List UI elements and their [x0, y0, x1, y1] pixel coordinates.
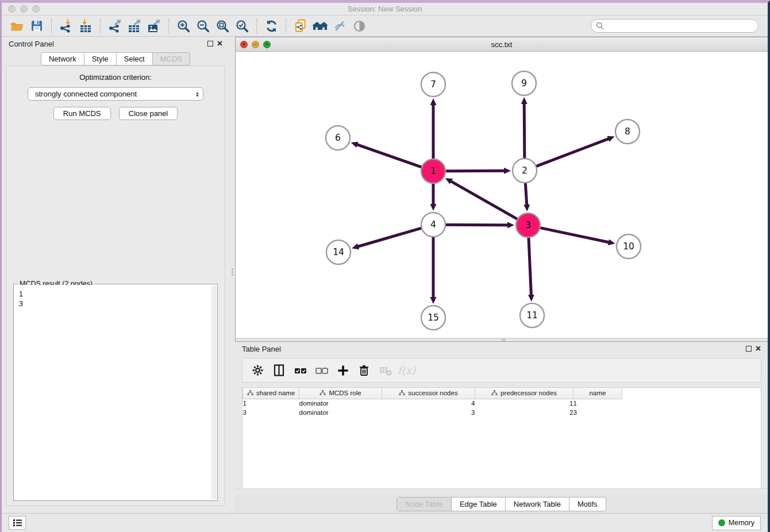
import-network-button[interactable] — [56, 17, 76, 34]
graph-edge-1-2[interactable] — [445, 171, 505, 171]
delete-table-icon — [379, 365, 392, 376]
apply-function-button[interactable]: f(x) — [396, 360, 417, 381]
open-file-button[interactable] — [7, 17, 27, 34]
table-row[interactable]: 3dominator323 — [243, 408, 622, 417]
save-session-button[interactable] — [27, 17, 47, 34]
float-panel-icon[interactable] — [207, 41, 213, 47]
graph-node-8[interactable]: 8 — [615, 119, 640, 144]
column-header-name[interactable]: name — [573, 388, 622, 399]
delete-column-button[interactable] — [353, 360, 375, 381]
column-header-shared-name[interactable]: shared name — [243, 388, 299, 399]
tab-select[interactable]: Select — [117, 52, 153, 65]
graph-node-1[interactable]: 1 — [421, 159, 445, 183]
result-scrollbar[interactable] — [211, 286, 217, 499]
graph-node-11[interactable]: 11 — [520, 303, 544, 327]
tab-motifs[interactable]: Motifs — [569, 497, 606, 511]
table-cell[interactable]: dominator — [299, 399, 382, 408]
zoom-fit-button[interactable] — [213, 17, 232, 34]
criterion-value: strongly connected component — [35, 90, 137, 98]
criterion-select[interactable]: strongly connected component ▲▼ — [28, 87, 203, 101]
table-row[interactable]: 1dominator411 — [243, 399, 622, 408]
tab-edge-table[interactable]: Edge Table — [452, 497, 506, 511]
table-settings-button[interactable] — [247, 360, 268, 381]
window-titlebar: Session: New Session — [2, 3, 768, 16]
graph-edge-3-10[interactable] — [540, 228, 610, 242]
close-panel-icon[interactable]: × — [756, 346, 761, 352]
graph-node-9[interactable]: 9 — [512, 71, 536, 95]
export-table-icon — [127, 18, 142, 33]
graph-edge-4-14[interactable] — [357, 228, 422, 247]
graph-edge-2-9[interactable] — [524, 103, 525, 159]
zoom-out-button[interactable] — [193, 17, 213, 34]
create-column-button[interactable] — [332, 360, 353, 381]
table-cell[interactable]: 2 — [475, 408, 573, 417]
network-window-titlebar[interactable]: × − + scc.txt — [236, 37, 768, 52]
graph-node-4[interactable]: 4 — [421, 213, 445, 237]
table-cell[interactable]: 1 — [243, 399, 299, 408]
search-input[interactable] — [607, 22, 753, 30]
import-table-button[interactable] — [76, 17, 95, 34]
column-header-successor-nodes[interactable]: successor nodes — [382, 388, 475, 399]
graph-node-2[interactable]: 2 — [513, 159, 537, 183]
panel-splitter[interactable] — [229, 37, 235, 513]
zoom-selected-button[interactable] — [232, 17, 252, 34]
task-history-button[interactable] — [9, 516, 26, 530]
show-columns-button[interactable] — [268, 360, 290, 381]
table-cell[interactable]: 1 — [475, 399, 573, 408]
run-mcds-button[interactable]: Run MCDS — [53, 107, 111, 120]
export-image-button[interactable] — [144, 17, 164, 34]
select-stepper-icon: ▲▼ — [195, 91, 199, 97]
float-panel-icon[interactable] — [746, 346, 752, 352]
table-cell[interactable]: dominator — [299, 408, 382, 417]
graph-node-6[interactable]: 6 — [326, 126, 350, 150]
graph-node-15[interactable]: 15 — [421, 306, 445, 330]
home-button[interactable] — [310, 17, 330, 34]
close-panel-button[interactable]: Close panel — [119, 107, 178, 120]
column-header-mcds-role[interactable]: MCDS role — [299, 388, 382, 399]
close-panel-icon[interactable]: × — [217, 41, 222, 47]
save-floppy-icon — [30, 19, 44, 33]
tab-network-table[interactable]: Network Table — [506, 497, 569, 511]
tab-network[interactable]: Network — [41, 52, 84, 65]
graph-edge-2-3[interactable] — [525, 183, 527, 206]
column-header-predecessor-nodes[interactable]: predecessor nodes — [475, 388, 573, 399]
zoom-in-button[interactable] — [174, 17, 193, 34]
table-cell[interactable]: 1 — [573, 399, 622, 408]
graph-node-3[interactable]: 3 — [516, 213, 540, 237]
graph-edge-3-1[interactable] — [451, 181, 518, 219]
horizontal-splitter[interactable] — [236, 338, 768, 341]
memory-status-icon — [718, 519, 725, 526]
export-network-button[interactable] — [105, 17, 125, 34]
svg-text:8: 8 — [625, 126, 630, 137]
deselect-all-button[interactable] — [311, 360, 332, 381]
table-cell[interactable]: 4 — [382, 399, 475, 408]
graph-node-7[interactable]: 7 — [421, 72, 445, 97]
graph-edge-1-6[interactable] — [356, 144, 422, 167]
memory-label: Memory — [729, 519, 754, 527]
network-canvas[interactable]: 7968124314101511 — [236, 52, 768, 338]
select-all-button[interactable] — [290, 360, 311, 381]
contrast-button[interactable] — [349, 17, 369, 34]
graph-edge-3-11[interactable] — [529, 237, 532, 296]
zoom-in-icon — [176, 19, 191, 33]
export-table-button[interactable] — [125, 17, 144, 34]
network-view-window: × − + scc.txt 7968124314101511 — [235, 37, 768, 342]
table-cell[interactable]: 3 — [573, 408, 622, 417]
export-image-icon — [147, 18, 161, 33]
tab-node-table[interactable]: Node Table — [396, 497, 452, 511]
graphics-details-button[interactable] — [330, 17, 349, 34]
delete-table-button[interactable] — [375, 360, 396, 381]
search-box[interactable] — [591, 19, 759, 33]
graph-node-10[interactable]: 10 — [617, 234, 641, 259]
mcds-result-list[interactable]: 1 3 — [14, 285, 217, 500]
memory-button[interactable]: Memory — [712, 516, 761, 530]
refresh-button[interactable] — [261, 17, 281, 34]
graph-edge-4-3[interactable] — [445, 225, 509, 225]
tab-mcds[interactable]: MCDS — [153, 52, 190, 65]
graph-edge-2-8[interactable] — [536, 138, 610, 166]
duplicate-network-button[interactable] — [291, 17, 310, 34]
table-cell[interactable]: 3 — [382, 408, 475, 417]
tab-style[interactable]: Style — [84, 52, 117, 65]
table-cell[interactable]: 3 — [243, 408, 299, 417]
graph-node-14[interactable]: 14 — [326, 240, 351, 264]
